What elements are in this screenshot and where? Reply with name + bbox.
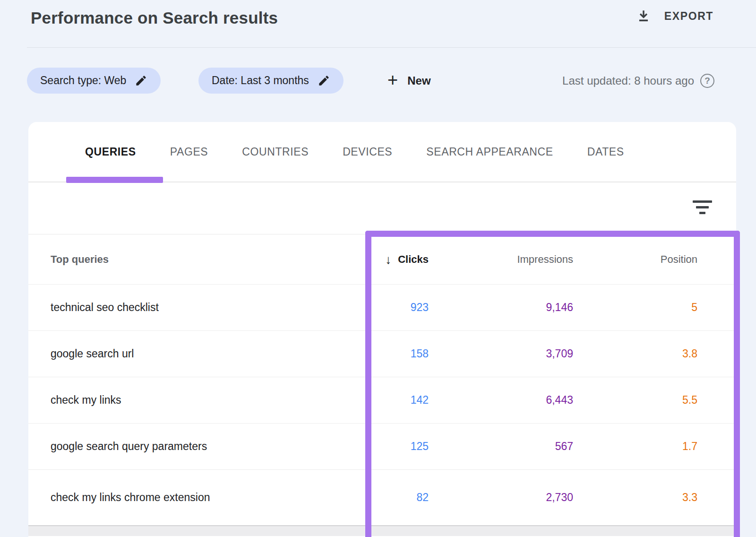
clicks-value: 923 <box>315 301 429 314</box>
last-updated: Last updated: 8 hours ago ? <box>562 68 714 94</box>
tab-search-appearance[interactable]: SEARCH APPEARANCE <box>426 146 553 158</box>
top-queries-header: Top queries <box>28 253 315 266</box>
pencil-icon <box>135 74 147 87</box>
clicks-value: 82 <box>315 491 429 504</box>
table-toolbar <box>28 182 736 234</box>
table-row[interactable]: technical seo checklist 923 9,146 5 <box>28 284 736 330</box>
new-filter-button[interactable]: + New <box>387 68 431 94</box>
table-header-row: Top queries ↓ Clicks Impressions Positio… <box>28 234 736 284</box>
export-button[interactable]: EXPORT <box>636 9 713 24</box>
last-updated-text: Last updated: 8 hours ago <box>562 74 694 87</box>
clicks-value: 142 <box>315 394 429 407</box>
impressions-value: 567 <box>429 440 573 453</box>
new-filter-label: New <box>407 74 430 87</box>
export-label: EXPORT <box>664 10 713 23</box>
position-value: 3.3 <box>573 491 697 504</box>
tab-pages[interactable]: PAGES <box>170 146 208 158</box>
queries-table: Top queries ↓ Clicks Impressions Positio… <box>28 234 736 536</box>
query-cell[interactable]: check my links <box>28 394 315 407</box>
table-row[interactable]: check my links 142 6,443 5.5 <box>28 377 736 423</box>
table-row[interactable]: google search query parameters 125 567 1… <box>28 423 736 469</box>
impressions-value: 2,730 <box>429 491 573 504</box>
date-range-chip[interactable]: Date: Last 3 months <box>198 68 344 94</box>
query-cell[interactable]: check my links chrome extension <box>28 491 315 504</box>
tab-bar: QUERIES PAGES COUNTRIES DEVICES SEARCH A… <box>28 122 736 182</box>
pencil-icon <box>318 74 330 87</box>
impressions-value: 9,146 <box>429 301 573 314</box>
search-console-performance-page: { "header": { "title": "Performance on S… <box>0 0 756 537</box>
filter-icon <box>693 200 712 203</box>
clicks-value: 158 <box>315 347 429 360</box>
partial-next-row <box>28 525 736 536</box>
date-range-chip-label: Date: Last 3 months <box>212 74 309 87</box>
tab-queries[interactable]: QUERIES <box>85 146 136 158</box>
tab-countries[interactable]: COUNTRIES <box>242 146 309 158</box>
tab-dates[interactable]: DATES <box>587 146 624 158</box>
filter-rows-button[interactable] <box>691 196 713 218</box>
impressions-value: 6,443 <box>429 394 573 407</box>
position-value: 5.5 <box>573 394 697 407</box>
table-row[interactable]: google search url 158 3,709 3.8 <box>28 330 736 377</box>
impressions-value: 3,709 <box>429 347 573 360</box>
clicks-value: 125 <box>315 440 429 453</box>
query-cell[interactable]: google search query parameters <box>28 440 315 453</box>
impressions-column-header[interactable]: Impressions <box>429 253 573 266</box>
header-divider <box>27 47 756 48</box>
position-value: 3.8 <box>573 347 697 360</box>
search-type-chip[interactable]: Search type: Web <box>27 68 161 94</box>
position-column-header[interactable]: Position <box>573 253 697 266</box>
table-row[interactable]: check my links chrome extension 82 2,730… <box>28 469 736 525</box>
tab-devices[interactable]: DEVICES <box>343 146 392 158</box>
query-cell[interactable]: google search url <box>28 347 315 360</box>
clicks-column-label: Clicks <box>398 253 429 266</box>
query-cell[interactable]: technical seo checklist <box>28 301 315 314</box>
position-value: 5 <box>573 301 697 314</box>
clicks-column-header[interactable]: ↓ Clicks <box>315 253 429 266</box>
position-value: 1.7 <box>573 440 697 453</box>
queries-tab-underline-annotation <box>66 177 163 183</box>
sort-descending-icon: ↓ <box>385 253 391 266</box>
report-card: QUERIES PAGES COUNTRIES DEVICES SEARCH A… <box>28 122 736 537</box>
help-icon[interactable]: ? <box>700 74 714 88</box>
page-title: Performance on Search results <box>31 9 278 27</box>
plus-icon: + <box>387 71 398 89</box>
download-icon <box>636 9 651 24</box>
search-type-chip-label: Search type: Web <box>40 74 126 87</box>
